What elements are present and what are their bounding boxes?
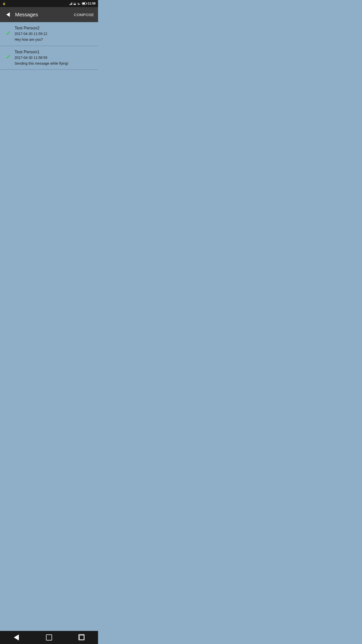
empty-area <box>0 70 98 631</box>
message-preview-2: Sending this message while flying! <box>15 61 95 66</box>
wifi-icon <box>77 2 81 5</box>
list-item[interactable]: ✓ Test Person1 2017-04-30 11:58:59 Sendi… <box>0 46 98 70</box>
checkmark-icon: ✓ <box>6 30 11 36</box>
message-time-1: 2017-04-30 11:59:12 <box>15 32 95 36</box>
message-time-2: 2017-04-30 11:58:59 <box>15 56 95 60</box>
nav-home-button[interactable] <box>41 632 57 642</box>
lock-icon: 🔒 <box>3 2 6 5</box>
status-bar-left: 🔒 <box>3 2 6 5</box>
compose-button[interactable]: COMPOSE <box>73 11 95 19</box>
signal-icon <box>69 2 72 5</box>
sent-checkmark-1: ✓ <box>2 26 15 41</box>
battery-icon <box>82 2 86 5</box>
list-item[interactable]: ✓ Test Person2 2017-04-30 11:59:12 Hey h… <box>0 22 98 46</box>
person-name-2: Test Person1 <box>15 50 95 55</box>
nav-back-button[interactable] <box>9 632 24 642</box>
status-time: 11:59 <box>88 2 96 5</box>
status-bar: 🔒 ⬓ 11:59 <box>0 0 98 7</box>
message-content-1: Test Person2 2017-04-30 11:59:12 Hey how… <box>15 26 95 42</box>
action-bar: Messages COMPOSE <box>0 7 98 22</box>
bluetooth-icon: ⬓ <box>73 2 76 5</box>
nav-recents-icon <box>79 635 84 640</box>
message-preview-1: Hey how are you? <box>15 37 95 42</box>
nav-home-icon <box>46 634 52 640</box>
person-name-1: Test Person2 <box>15 26 95 31</box>
checkmark-icon: ✓ <box>6 54 11 60</box>
page-title: Messages <box>13 12 73 18</box>
sent-checkmark-2: ✓ <box>2 50 15 65</box>
back-button[interactable] <box>3 10 13 20</box>
back-arrow-icon <box>6 12 10 17</box>
nav-recents-button[interactable] <box>74 632 89 642</box>
status-bar-right: ⬓ 11:59 <box>69 2 96 5</box>
message-content-2: Test Person1 2017-04-30 11:58:59 Sending… <box>15 50 95 66</box>
bottom-nav <box>0 631 98 644</box>
nav-back-icon <box>14 634 19 640</box>
message-list: ✓ Test Person2 2017-04-30 11:59:12 Hey h… <box>0 22 98 631</box>
